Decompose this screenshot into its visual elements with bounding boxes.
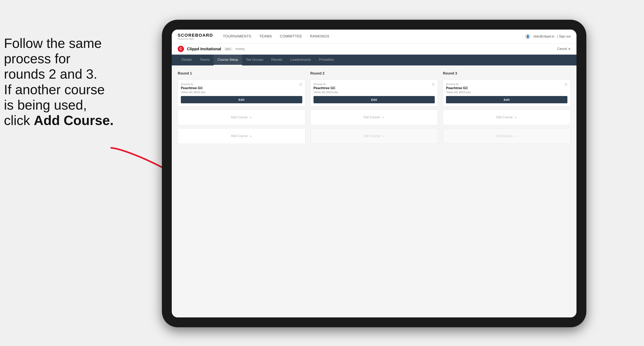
brand-sub: Powered by clippit bbox=[178, 38, 213, 40]
brand-name: SCOREBOARD bbox=[178, 33, 213, 38]
round-1-add-course-1[interactable]: Add Course ＋ bbox=[178, 109, 306, 125]
round-2-course-label: (Course A) bbox=[314, 83, 338, 86]
round-3-course-card: (Course A) Peachtree GC Yellow (M) (6629… bbox=[443, 79, 570, 106]
tablet-screen: SCOREBOARD Powered by clippit TOURNAMENT… bbox=[172, 29, 576, 317]
nav-teams[interactable]: TEAMS bbox=[259, 34, 272, 38]
rounds-grid: Round 1 (Course A) Peachtree GC Yellow (… bbox=[178, 71, 570, 144]
clippd-icon: C bbox=[178, 46, 184, 52]
nav-right: 👤 blair@clippd.io | Sign out bbox=[525, 34, 570, 39]
tournament-info: C Clippd Invitational Men Hosting bbox=[178, 46, 244, 52]
sign-out-link[interactable]: | Sign out bbox=[557, 35, 570, 38]
top-nav: SCOREBOARD Powered by clippit TOURNAMENT… bbox=[172, 29, 576, 43]
instruction-text: Follow the same process for rounds 2 and… bbox=[4, 35, 118, 128]
tab-results[interactable]: Results bbox=[267, 55, 286, 65]
round-2-remove-button[interactable]: ⊙ bbox=[432, 83, 435, 86]
round-3-course-details: Yellow (M) (6629 yds) bbox=[446, 91, 471, 94]
round-1-course-label: (Course A) bbox=[181, 83, 206, 86]
round-1-add-course-2[interactable]: Add Course ＋ bbox=[178, 128, 306, 144]
round-1-column: Round 1 (Course A) Peachtree GC Yellow (… bbox=[178, 71, 306, 144]
tab-tee-groups[interactable]: Tee Groups bbox=[242, 55, 267, 65]
round-1-course-name: Peachtree GC bbox=[181, 86, 206, 90]
tablet-device: SCOREBOARD Powered by clippit TOURNAMENT… bbox=[162, 20, 586, 327]
round-3-course-name: Peachtree GC bbox=[446, 86, 471, 90]
brand-logo: SCOREBOARD Powered by clippit bbox=[178, 33, 213, 40]
nav-rankings[interactable]: RANKINGS bbox=[310, 34, 329, 38]
course-card-header-2: (Course A) Peachtree GC Yellow (M) (6629… bbox=[314, 83, 435, 96]
round-3-remove-button[interactable]: ⊙ bbox=[564, 83, 568, 86]
round-2-add-course-2: Add Course ＋ bbox=[310, 128, 438, 144]
round-3-course-label: (Course A) bbox=[446, 83, 471, 86]
tournament-sub-header: C Clippd Invitational Men Hosting Cancel… bbox=[172, 43, 576, 55]
main-content: Round 1 (Course A) Peachtree GC Yellow (… bbox=[172, 65, 576, 317]
course-card-header-3: (Course A) Peachtree GC Yellow (M) (6629… bbox=[446, 83, 568, 96]
round-3-edit-button[interactable]: Edit bbox=[446, 96, 568, 103]
round-1-header: Round 1 bbox=[178, 71, 306, 75]
round-2-header: Round 2 bbox=[310, 71, 438, 75]
tab-printables[interactable]: Printables bbox=[315, 55, 338, 65]
nav-links: TOURNAMENTS TEAMS COMMITTEE RANKINGS bbox=[223, 34, 525, 38]
round-2-course-card: (Course A) Peachtree GC Yellow (M) (6629… bbox=[310, 79, 438, 106]
nav-committee[interactable]: COMMITTEE bbox=[280, 34, 302, 38]
round-2-course-details: Yellow (M) (6629 yds) bbox=[314, 91, 338, 94]
tab-course-setup[interactable]: Course Setup bbox=[214, 55, 242, 65]
round-1-remove-button[interactable]: ⊙ bbox=[299, 83, 302, 86]
tournament-gender: Men bbox=[224, 47, 232, 51]
round-2-column: Round 2 (Course A) Peachtree GC Yellow (… bbox=[310, 71, 438, 144]
round-2-course-name: Peachtree GC bbox=[314, 86, 338, 90]
tab-details[interactable]: Details bbox=[178, 55, 196, 65]
tab-teams[interactable]: Teams bbox=[196, 55, 214, 65]
round-3-add-course-1[interactable]: Add Course ＋ bbox=[443, 109, 570, 125]
user-avatar: 👤 bbox=[525, 34, 530, 39]
user-email: blair@clippd.io bbox=[534, 35, 554, 38]
round-2-edit-button[interactable]: Edit bbox=[314, 96, 435, 103]
course-card-header: (Course A) Peachtree GC Yellow (M) (6629… bbox=[181, 83, 302, 96]
round-1-edit-button[interactable]: Edit bbox=[181, 96, 302, 103]
hosting-badge: Hosting bbox=[235, 47, 244, 50]
cancel-button[interactable]: Cancel ✕ bbox=[557, 47, 570, 51]
round-3-column: Round 3 (Course A) Peachtree GC Yellow (… bbox=[443, 71, 570, 144]
round-2-add-course-1[interactable]: Add Course ＋ bbox=[310, 109, 438, 125]
round-1-course-card: (Course A) Peachtree GC Yellow (M) (6629… bbox=[178, 79, 306, 106]
round-1-course-details: Yellow (M) (6629 yds) bbox=[181, 91, 206, 94]
round-3-header: Round 3 bbox=[443, 71, 570, 75]
tab-leaderboards[interactable]: Leaderboards bbox=[286, 55, 315, 65]
round-3-add-course-2: Add Course ＋ bbox=[443, 128, 570, 144]
nav-tournaments[interactable]: TOURNAMENTS bbox=[223, 34, 251, 38]
tab-bar: Details Teams Course Setup Tee Groups Re… bbox=[172, 55, 576, 65]
tournament-name: Clippd Invitational bbox=[187, 47, 221, 51]
